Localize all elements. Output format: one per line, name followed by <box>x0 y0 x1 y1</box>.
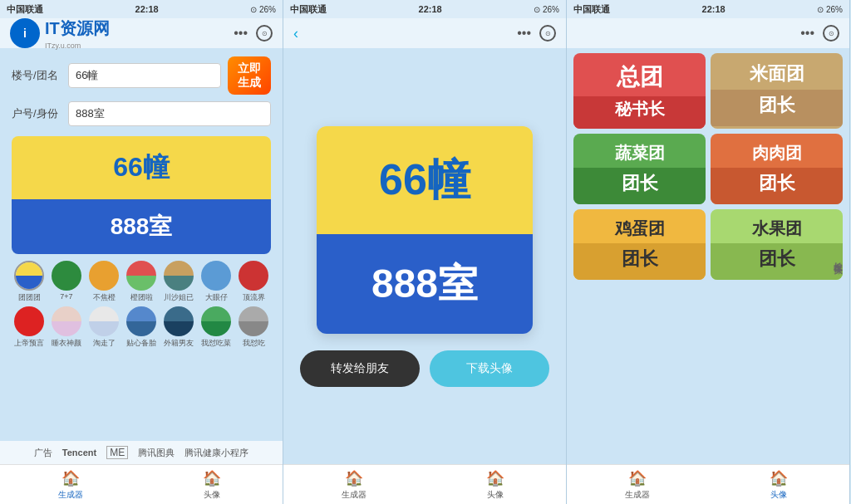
tab-avatar-2[interactable]: 🏠 头像 <box>425 465 566 504</box>
avatar-card-4[interactable]: 鸡蛋团 团长 <box>573 209 706 280</box>
preview-card-small: 66幢 888室 <box>12 136 271 254</box>
avatar-bottom-1: 团长 <box>711 90 843 126</box>
swatch-item-9[interactable]: 淘走了 <box>86 306 121 349</box>
avatar-top-4: 鸡蛋团 <box>573 209 706 243</box>
building-input[interactable]: 66幢 <box>68 63 221 88</box>
logo-text: IT资源网 <box>45 17 110 40</box>
avatar-card-3[interactable]: 肉肉团 团长 <box>711 134 843 204</box>
swatch-item-5[interactable]: 大眼仔 <box>199 261 234 303</box>
avatar-bottom-2: 团长 <box>573 168 706 204</box>
avatar-card-0[interactable]: 总团 秘书长 <box>573 53 706 129</box>
panel-preview: 中国联通 22:18 ⊙ 26% ‹ ••• ⊙ 66幢 888室 转发给朋友 … <box>283 0 567 504</box>
tab-avatar-label-3: 头像 <box>770 489 787 501</box>
avatar-card-2[interactable]: 蔬菜团 团长 <box>573 134 706 204</box>
swatch-item-2[interactable]: 不焦橙 <box>86 261 121 303</box>
preview-large-top: 66幢 <box>317 126 533 234</box>
tab-generator-1[interactable]: 🏠 生成器 <box>0 465 141 504</box>
tab-generator-label-1: 生成器 <box>58 489 83 501</box>
tab-generator-2[interactable]: 🏠 生成器 <box>283 465 425 504</box>
ad-label: 广告 <box>34 447 52 459</box>
home-icon-5: 🏠 <box>628 469 647 487</box>
home-icon-6: 🏠 <box>770 469 788 487</box>
panel3-content: 长按保存头像 总团 秘书长 米面团 团长 蔬菜团 团长 肉肉团 团长 鸡蛋团 <box>567 48 849 464</box>
ad-me: ME <box>106 446 128 459</box>
avatar-top-3: 肉肉团 <box>711 134 843 168</box>
avatar-top-1: 米面团 <box>711 53 843 90</box>
nav-actions-3: ••• ⊙ <box>800 25 839 42</box>
avatar-top-5: 水果团 <box>711 209 843 243</box>
avatar-top-2: 蔬菜团 <box>573 134 706 168</box>
nav-bar-3: ••• ⊙ <box>567 18 849 48</box>
color-swatches-area: 团团团 7+7 不焦橙 橙团啦 <box>12 261 271 349</box>
tab-generator-3[interactable]: 🏠 生成器 <box>567 465 708 504</box>
swatch-item-10[interactable]: 贴心备胎 <box>124 306 159 349</box>
time-1: 22:18 <box>135 4 159 14</box>
back-button[interactable]: ‹ <box>293 25 298 42</box>
tab-avatar-3[interactable]: 🏠 头像 <box>708 465 849 504</box>
home-icon-3: 🏠 <box>345 469 363 487</box>
target-icon[interactable]: ⊙ <box>256 25 273 42</box>
time-2: 22:18 <box>419 4 442 14</box>
panel-avatars: 中国联通 22:18 ⊙ 26% ••• ⊙ 长按保存头像 总团 秘书长 米面团… <box>567 0 850 504</box>
more-icon[interactable]: ••• <box>234 26 248 41</box>
tab-generator-label-3: 生成器 <box>625 489 650 501</box>
panel-generator: 中国联通 22:18 ⊙ 26% i IT资源网 ITzy.u.com ••• … <box>0 0 283 504</box>
swatch-item-12[interactable]: 我怼吃菜 <box>199 306 234 349</box>
avatar-bottom-3: 团长 <box>711 168 843 204</box>
avatar-bottom-5: 团长 <box>711 243 843 280</box>
tab-bar-3: 🏠 生成器 🏠 头像 <box>567 464 849 504</box>
action-buttons: 转发给朋友 下载头像 <box>300 350 549 387</box>
share-button[interactable]: 转发给朋友 <box>300 350 420 387</box>
swatches-row1: 团团团 7+7 不焦橙 橙团啦 <box>12 261 271 303</box>
avatar-grid: 总团 秘书长 米面团 团长 蔬菜团 团长 肉肉团 团长 鸡蛋团 团长 水 <box>573 53 843 285</box>
tab-avatar-label-2: 头像 <box>487 489 504 501</box>
swatch-item-7[interactable]: 上帝预言 <box>12 306 47 349</box>
more-icon-3[interactable]: ••• <box>800 26 814 41</box>
battery-3: ⊙ 26% <box>817 5 843 14</box>
tab-avatar-label-1: 头像 <box>204 489 220 501</box>
building-label: 楼号/团名 <box>12 68 61 83</box>
home-icon-2: 🏠 <box>203 469 221 487</box>
ad-tencent2: 腾讯图典 <box>138 447 175 459</box>
download-button[interactable]: 下载头像 <box>430 350 549 387</box>
carrier-1: 中国联通 <box>7 3 43 16</box>
status-bar-2: 中国联通 22:18 ⊙ 26% <box>283 0 566 18</box>
swatch-item-0[interactable]: 团团团 <box>12 261 47 303</box>
panel2-content: 66幢 888室 转发给朋友 下载头像 <box>283 48 566 464</box>
nav-bar-2: ‹ ••• ⊙ <box>283 18 566 48</box>
swatches-row2: 上帝预言 睡衣神颜 淘走了 <box>12 306 271 349</box>
swatch-item-8[interactable]: 睡衣神颜 <box>49 306 84 349</box>
avatar-card-5[interactable]: 水果团 团长 <box>711 209 843 280</box>
preview-large-bottom: 888室 <box>317 234 533 334</box>
ad-bar-1: 广告 Tencent ME 腾讯图典 腾讯健康小程序 <box>0 441 283 464</box>
home-icon-1: 🏠 <box>61 469 80 487</box>
building-row: 楼号/团名 66幢 立即生成 <box>12 56 271 95</box>
tab-avatar-1[interactable]: 🏠 头像 <box>141 465 283 504</box>
avatar-card-1[interactable]: 米面团 团长 <box>711 53 843 129</box>
status-bar-3: 中国联通 22:18 ⊙ 26% <box>567 0 849 18</box>
logo-name-area: IT资源网 ITzy.u.com <box>45 17 110 50</box>
panel1-content: 楼号/团名 66幢 立即生成 户号/身份 888室 66幢 888室 <box>0 48 283 441</box>
swatch-item-1[interactable]: 7+7 <box>49 261 84 303</box>
battery-1: ⊙ 26% <box>250 5 276 14</box>
target-icon-3[interactable]: ⊙ <box>823 25 839 42</box>
logo-icon: i <box>10 18 40 48</box>
preview-top-small: 66幢 <box>12 136 271 199</box>
swatch-item-6[interactable]: 顶流界 <box>236 261 271 303</box>
more-icon-2[interactable]: ••• <box>517 26 531 41</box>
swatch-item-11[interactable]: 外籍男友 <box>161 306 196 349</box>
target-icon-2[interactable]: ⊙ <box>539 25 556 42</box>
battery-2: ⊙ 26% <box>534 5 559 14</box>
swatch-item-13[interactable]: 我怼吃 <box>236 306 271 349</box>
ad-miniapp: 腾讯健康小程序 <box>184 447 248 459</box>
preview-card-large: 66幢 888室 <box>317 126 533 334</box>
tab-bar-1: 🏠 生成器 🏠 头像 <box>0 464 283 504</box>
unit-row: 户号/身份 888室 <box>12 101 271 126</box>
status-bar-1: 中国联通 22:18 ⊙ 26% <box>0 0 283 18</box>
home-icon-4: 🏠 <box>486 469 504 487</box>
unit-input[interactable]: 888室 <box>68 101 271 126</box>
tab-generator-label-2: 生成器 <box>342 489 366 501</box>
generate-button[interactable]: 立即生成 <box>228 56 271 95</box>
swatch-item-3[interactable]: 橙团啦 <box>124 261 159 303</box>
swatch-item-4[interactable]: 川沙姐已 <box>161 261 196 303</box>
